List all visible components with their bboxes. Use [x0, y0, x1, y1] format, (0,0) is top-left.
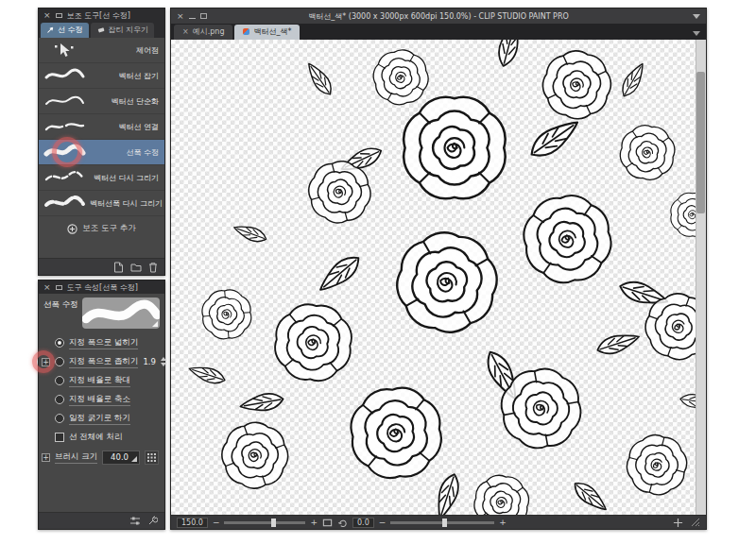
- subtool-item-label: 벡터선폭 다시 그리기: [90, 198, 163, 209]
- radio-icon[interactable]: [55, 357, 64, 366]
- chevron-down-icon[interactable]: [693, 31, 700, 36]
- tab-label: 잡티 지우기: [109, 25, 149, 35]
- rotate-left-icon[interactable]: −: [379, 518, 387, 527]
- collapse-icon[interactable]: [56, 285, 62, 290]
- checkbox-icon[interactable]: [55, 433, 64, 442]
- subtool-item-redraw-vector-width[interactable]: 벡터선폭 다시 그리기: [39, 191, 164, 216]
- rotate-reset-icon[interactable]: [337, 518, 348, 528]
- option-label: 지정 폭으로 좁히기: [69, 356, 138, 368]
- subtool-item-simplify-vector[interactable]: 벡터선 단순화: [39, 89, 164, 114]
- stroke-thumb-icon: [43, 66, 86, 85]
- cursor-icon: [43, 41, 86, 60]
- wrench-icon[interactable]: [147, 516, 158, 526]
- subtool-item-pinch-vector[interactable]: 벡터선 잡기: [39, 63, 164, 89]
- spinner-up-icon[interactable]: [161, 357, 166, 361]
- sliders-icon[interactable]: [129, 516, 141, 526]
- zoom-value[interactable]: 150.0: [177, 518, 208, 528]
- radio-selected-icon[interactable]: [55, 338, 64, 348]
- zoom-out-icon[interactable]: −: [213, 518, 220, 527]
- radio-icon[interactable]: [55, 395, 64, 404]
- canvas[interactable]: [171, 40, 706, 515]
- new-page-icon[interactable]: [113, 262, 124, 273]
- chevron-down-icon[interactable]: [693, 14, 700, 19]
- option-list: 지정 폭으로 넓히기 + 지정 폭으로 좁히기 1.9 지정 배율로 확대 지정…: [39, 333, 164, 468]
- rotate-right-icon[interactable]: +: [499, 518, 507, 527]
- subtool-item-control-point[interactable]: 제어점: [39, 38, 164, 63]
- current-tool-name: 선폭 수정: [43, 298, 78, 311]
- rotation-slider[interactable]: [390, 521, 494, 524]
- navigator-icon[interactable]: [673, 518, 683, 528]
- narrow-width-value[interactable]: 1.9: [143, 357, 156, 366]
- subtool-panel-title: 보조 도구[선 수정]: [67, 10, 130, 21]
- zoom-in-icon[interactable]: +: [310, 518, 318, 527]
- subtool-item-redraw-vector[interactable]: 벡터선 다시 그리기: [39, 165, 164, 191]
- stroke-thumb-icon: [43, 143, 86, 162]
- rotation-slider-thumb[interactable]: [442, 518, 447, 527]
- tab-vector-line-color[interactable]: 백터선_색*: [234, 25, 300, 40]
- keypad-icon: [147, 453, 156, 462]
- checkbox-label: 선 전체에 처리: [69, 432, 122, 443]
- vertical-scrollbar[interactable]: [696, 40, 706, 515]
- tool-property-footer: [39, 512, 164, 529]
- subtool-item-correct-line-width[interactable]: 선폭 수정: [39, 140, 164, 165]
- rotation-value[interactable]: 0.0: [352, 518, 374, 528]
- subtool-panel: × 보조 도구[선 수정] 선 수정 잡티 지우기 제어점: [38, 8, 165, 276]
- option-widen[interactable]: 지정 폭으로 넓히기: [39, 333, 164, 352]
- collapse-icon[interactable]: [56, 13, 62, 18]
- subtool-list: 제어점 벡터선 잡기 벡터선 단순화 벡터선 연결: [39, 38, 164, 216]
- subtool-item-connect-vector[interactable]: 벡터선 연결: [39, 114, 164, 140]
- maximize-icon[interactable]: [200, 13, 207, 19]
- stroke-preview-icon: [82, 298, 160, 329]
- subtool-item-label: 선폭 수정: [126, 147, 159, 158]
- add-subtool-label: 보조 도구 추가: [82, 223, 135, 234]
- option-process-whole-line[interactable]: 선 전체에 처리: [39, 428, 164, 447]
- add-subtool-button[interactable]: 보조 도구 추가: [43, 219, 161, 238]
- expand-icon[interactable]: +: [42, 453, 50, 462]
- folder-icon[interactable]: [130, 262, 142, 272]
- close-icon[interactable]: ×: [43, 283, 51, 292]
- tab-line-correct[interactable]: 선 수정: [41, 23, 89, 38]
- preview-corner-icon: [152, 321, 158, 327]
- close-icon[interactable]: ×: [182, 27, 189, 36]
- trash-icon[interactable]: [148, 262, 158, 273]
- zoom-slider-thumb[interactable]: [271, 518, 276, 527]
- scrollbar-thumb[interactable]: [696, 72, 705, 213]
- fit-screen-icon[interactable]: [322, 518, 333, 528]
- minimize-icon[interactable]: [189, 14, 196, 19]
- close-icon[interactable]: ×: [177, 12, 184, 21]
- option-label: 지정 배율로 확대: [69, 375, 130, 387]
- option-uniform[interactable]: 일정 굵기로 하기: [39, 409, 164, 428]
- zoom-slider[interactable]: [224, 521, 305, 524]
- tab-label: 예시.png: [193, 26, 225, 37]
- rose-lineart: [171, 40, 697, 515]
- resize-grip-icon[interactable]: [691, 518, 700, 527]
- tab-example-png[interactable]: × 예시.png: [174, 25, 232, 40]
- tab-label: 백터선_색*: [253, 26, 291, 37]
- option-narrow[interactable]: + 지정 폭으로 좁히기 1.9: [39, 352, 164, 371]
- stroke-thumb-icon: [43, 194, 86, 212]
- brush-size-dialog-button[interactable]: [145, 450, 159, 465]
- radio-icon[interactable]: [55, 376, 64, 385]
- spinner-down-icon[interactable]: [161, 363, 166, 366]
- document-tabbar: × 예시.png 백터선_색*: [171, 24, 706, 40]
- radio-icon[interactable]: [55, 414, 64, 423]
- statusbar-right: [673, 518, 700, 528]
- option-enlarge[interactable]: 지정 배율로 확대: [39, 371, 164, 390]
- close-icon[interactable]: ×: [43, 11, 51, 20]
- brush-size-input[interactable]: 40.0: [102, 450, 140, 465]
- subtool-titlebar: × 보조 도구[선 수정]: [39, 8, 164, 22]
- tab-dust-erase[interactable]: 잡티 지우기: [91, 23, 155, 38]
- brush-size-row[interactable]: + 브러시 크기 40.0: [39, 447, 164, 468]
- option-label: 지정 폭으로 넓히기: [69, 337, 138, 349]
- stroke-thumb-icon: [43, 117, 86, 136]
- pen-cursor-icon: [46, 26, 55, 34]
- brush-stroke-preview[interactable]: [82, 298, 160, 329]
- plus-circle-icon: [67, 224, 77, 234]
- option-reduce[interactable]: 지정 배율로 축소: [39, 390, 164, 409]
- spinner[interactable]: [161, 357, 166, 366]
- tab-label: 선 수정: [58, 25, 83, 35]
- statusbar: 150.0 − + 0.0 − +: [171, 515, 706, 529]
- tool-property-title: 도구 속성[선폭 수정]: [67, 282, 138, 293]
- screenshot-root: × 보조 도구[선 수정] 선 수정 잡티 지우기 제어점: [0, 0, 756, 544]
- expand-icon[interactable]: +: [42, 358, 50, 366]
